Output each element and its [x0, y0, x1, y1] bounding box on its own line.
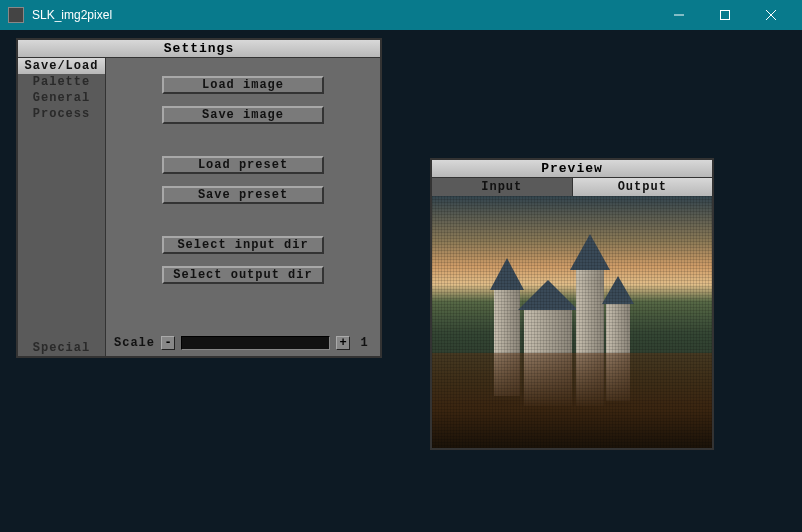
scale-label: Scale — [114, 336, 155, 350]
svg-rect-1 — [721, 11, 730, 20]
load-image-button[interactable]: Load image — [162, 76, 324, 94]
preview-tabs: Input Output — [432, 178, 712, 196]
scale-slider[interactable] — [181, 336, 330, 350]
load-preset-button[interactable]: Load preset — [162, 156, 324, 174]
save-preset-button[interactable]: Save preset — [162, 186, 324, 204]
window-title: SLK_img2pixel — [32, 8, 656, 22]
sidebar-spacer — [18, 122, 105, 340]
scale-row: Scale - + 1 — [114, 336, 372, 350]
settings-main: Load image Save image Load preset Save p… — [106, 58, 380, 356]
close-button[interactable] — [748, 0, 794, 30]
scale-minus-button[interactable]: - — [161, 336, 175, 350]
sidebar-item-save-load[interactable]: Save/Load — [18, 58, 105, 74]
settings-title: Settings — [18, 40, 380, 58]
sidebar-item-process[interactable]: Process — [18, 106, 105, 122]
maximize-button[interactable] — [702, 0, 748, 30]
app-icon — [8, 7, 24, 23]
preview-title: Preview — [432, 160, 712, 178]
sidebar-item-palette[interactable]: Palette — [18, 74, 105, 90]
settings-sidebar: Save/Load Palette General Process Specia… — [18, 58, 106, 356]
preview-panel: Preview Input Output — [430, 158, 714, 450]
sidebar-item-special[interactable]: Special — [18, 340, 105, 356]
scale-value: 1 — [356, 336, 372, 350]
tab-input[interactable]: Input — [432, 178, 573, 196]
save-image-button[interactable]: Save image — [162, 106, 324, 124]
select-output-dir-button[interactable]: Select output dir — [162, 266, 324, 284]
sidebar-item-general[interactable]: General — [18, 90, 105, 106]
settings-panel: Settings Save/Load Palette General Proce… — [16, 38, 382, 358]
preview-image — [432, 196, 712, 448]
settings-body: Save/Load Palette General Process Specia… — [18, 58, 380, 356]
minimize-button[interactable] — [656, 0, 702, 30]
window-titlebar: SLK_img2pixel — [0, 0, 802, 30]
scale-plus-button[interactable]: + — [336, 336, 350, 350]
select-input-dir-button[interactable]: Select input dir — [162, 236, 324, 254]
tab-output[interactable]: Output — [573, 178, 713, 196]
workspace: Settings Save/Load Palette General Proce… — [0, 30, 802, 532]
